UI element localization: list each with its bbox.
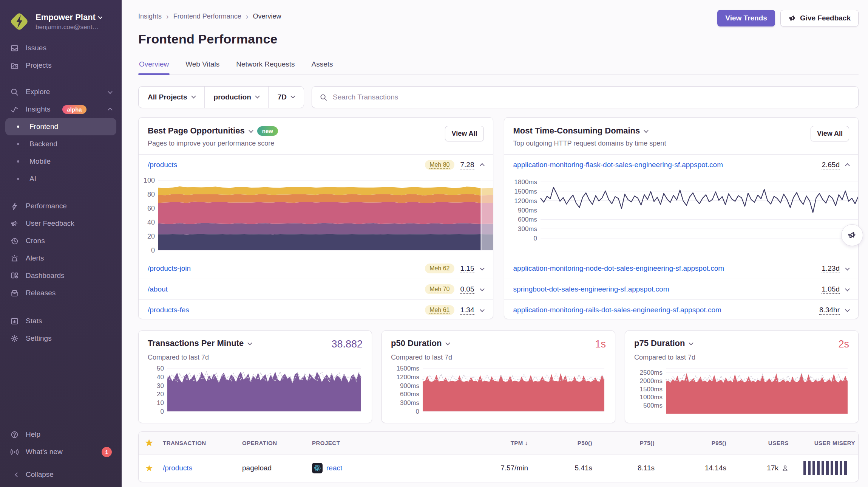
project-link[interactable]: react bbox=[326, 464, 342, 472]
expand-row-icon[interactable] bbox=[845, 265, 850, 270]
chevron-down-icon[interactable] bbox=[249, 128, 253, 133]
tab-network-requests[interactable]: Network Requests bbox=[235, 60, 295, 74]
bullet-icon bbox=[17, 143, 19, 145]
col-p95[interactable]: P95() bbox=[658, 440, 729, 446]
sidebar-item-help[interactable]: Help bbox=[5, 426, 116, 443]
transaction-link[interactable]: /products bbox=[148, 161, 177, 169]
react-project-icon bbox=[312, 463, 323, 473]
svg-text:60: 60 bbox=[147, 205, 155, 212]
collapse-row-icon[interactable] bbox=[480, 163, 485, 168]
tab-assets[interactable]: Assets bbox=[311, 60, 334, 74]
expand-row-icon[interactable] bbox=[480, 286, 485, 291]
star-icon[interactable]: ★ bbox=[139, 463, 160, 473]
panel-title: p50 Duration bbox=[391, 338, 442, 348]
date-range-dropdown[interactable]: 7D bbox=[268, 87, 304, 108]
opportunity-value: 1.15 bbox=[460, 264, 474, 273]
svg-text:30: 30 bbox=[157, 382, 164, 389]
transaction-link[interactable]: /products-join bbox=[148, 264, 191, 273]
col-users[interactable]: USERS bbox=[729, 440, 792, 446]
sidebar-item-explore[interactable]: Explore bbox=[5, 83, 116, 101]
page-filter-bar: All Projects production 7D bbox=[138, 86, 304, 108]
col-p75[interactable]: P75() bbox=[595, 440, 658, 446]
dashboards-icon bbox=[10, 271, 19, 280]
sidebar-collapse-button[interactable]: Collapse bbox=[5, 466, 116, 483]
page-opportunity-row: /products-join Meh 62 1.15 bbox=[139, 258, 493, 279]
panel-title: Transactions Per Minute bbox=[148, 338, 244, 348]
sidebar-item-label: Frontend bbox=[29, 123, 58, 131]
domain-link[interactable]: springboot-dot-sales-engineering-sf.apps… bbox=[513, 285, 669, 293]
col-p50[interactable]: P50() bbox=[531, 440, 595, 446]
svg-text:900ms: 900ms bbox=[517, 207, 537, 214]
sidebar-item-frontend[interactable]: Frontend bbox=[5, 118, 116, 135]
expand-row-icon[interactable] bbox=[480, 307, 485, 312]
breadcrumb-insights[interactable]: Insights bbox=[138, 12, 162, 20]
sidebar-item-dashboards[interactable]: Dashboards bbox=[5, 267, 116, 284]
time-spent-value: 1.05d bbox=[822, 285, 840, 293]
sidebar-item-projects[interactable]: Projects bbox=[5, 57, 116, 74]
svg-text:1500ms: 1500ms bbox=[514, 188, 537, 195]
archive-icon bbox=[10, 288, 19, 298]
gear-icon bbox=[10, 334, 19, 343]
transaction-link[interactable]: /about bbox=[148, 285, 168, 293]
domain-link[interactable]: application-monitoring-flask-dot-sales-e… bbox=[513, 161, 723, 169]
expand-row-icon[interactable] bbox=[845, 307, 850, 312]
chevron-down-icon[interactable] bbox=[247, 340, 252, 345]
col-operation[interactable]: OPERATION bbox=[239, 440, 309, 446]
domain-link[interactable]: application-monitoring-node-dot-sales-en… bbox=[513, 264, 724, 273]
insights-icon bbox=[10, 105, 19, 114]
chevron-down-icon[interactable] bbox=[644, 128, 649, 133]
org-switcher[interactable]: Empower Plant benjamin.coe@sent… bbox=[5, 8, 116, 35]
sidebar-item-alerts[interactable]: Alerts bbox=[5, 250, 116, 267]
chevron-down-icon bbox=[191, 94, 196, 99]
sidebar-item-mobile[interactable]: Mobile bbox=[5, 153, 116, 170]
give-feedback-button[interactable]: Give Feedback bbox=[780, 10, 859, 26]
transaction-link[interactable]: /products-fes bbox=[148, 306, 189, 314]
expand-row-icon[interactable] bbox=[480, 265, 485, 270]
sidebar-item-whats-new[interactable]: What's new 1 bbox=[5, 443, 116, 461]
breadcrumb-separator: › bbox=[246, 12, 249, 21]
project-filter-dropdown[interactable]: All Projects bbox=[139, 87, 204, 108]
search-input[interactable] bbox=[333, 93, 851, 101]
sort-desc-icon: ↓ bbox=[525, 440, 528, 446]
sidebar-item-crons[interactable]: Crons bbox=[5, 232, 116, 250]
breadcrumb-frontend-performance[interactable]: Frontend Performance bbox=[173, 12, 241, 20]
sidebar-item-performance[interactable]: Performance bbox=[5, 197, 116, 215]
collapse-row-icon[interactable] bbox=[845, 163, 850, 168]
floating-feedback-button[interactable] bbox=[841, 224, 863, 246]
domain-link[interactable]: application-monitoring-rails-dot-sales-e… bbox=[513, 306, 721, 314]
svg-text:1500ms: 1500ms bbox=[640, 386, 663, 393]
tpm-area-chart: 01020304050 bbox=[148, 365, 363, 417]
col-tpm[interactable]: TPM ↓ bbox=[471, 440, 531, 447]
svg-text:0: 0 bbox=[533, 235, 537, 242]
chevron-down-icon[interactable] bbox=[446, 340, 451, 345]
tab-overview[interactable]: Overview bbox=[138, 60, 170, 74]
chevron-down-icon[interactable] bbox=[689, 340, 694, 345]
tab-web-vitals[interactable]: Web Vitals bbox=[185, 60, 220, 74]
sidebar-item-insights[interactable]: Insights alpha bbox=[5, 101, 116, 118]
svg-text:50: 50 bbox=[157, 365, 164, 372]
sidebar-item-ai[interactable]: AI bbox=[5, 170, 116, 188]
chevron-down-icon bbox=[98, 14, 102, 19]
sidebar-item-backend[interactable]: Backend bbox=[5, 135, 116, 153]
environment-filter-dropdown[interactable]: production bbox=[204, 87, 268, 108]
view-trends-button[interactable]: View Trends bbox=[717, 10, 775, 26]
sidebar-item-issues[interactable]: Issues bbox=[5, 39, 116, 57]
sidebar-item-user-feedback[interactable]: User Feedback bbox=[5, 215, 116, 232]
expand-row-icon[interactable] bbox=[845, 286, 850, 291]
view-all-button[interactable]: View All bbox=[445, 126, 483, 141]
sidebar-item-label: Alerts bbox=[26, 254, 44, 262]
sidebar-item-stats[interactable]: Stats bbox=[5, 312, 116, 330]
panel-subtitle: Top outgoing HTTP request domains by tim… bbox=[513, 140, 666, 147]
view-all-button[interactable]: View All bbox=[811, 126, 849, 141]
score-badge: Meh 70 bbox=[425, 284, 454, 294]
col-transaction[interactable]: TRANSACTION bbox=[160, 440, 239, 446]
sidebar-item-settings[interactable]: Settings bbox=[5, 330, 116, 347]
transaction-link[interactable]: /products bbox=[163, 464, 192, 472]
star-icon[interactable]: ★ bbox=[139, 438, 160, 448]
score-badge: Meh 80 bbox=[425, 160, 454, 170]
col-project[interactable]: PROJECT bbox=[309, 440, 471, 446]
sidebar-item-label: User Feedback bbox=[26, 219, 74, 228]
sidebar-item-releases[interactable]: Releases bbox=[5, 284, 116, 302]
col-user-misery[interactable]: USER MISERY bbox=[792, 440, 858, 446]
svg-text:2000ms: 2000ms bbox=[640, 377, 663, 385]
